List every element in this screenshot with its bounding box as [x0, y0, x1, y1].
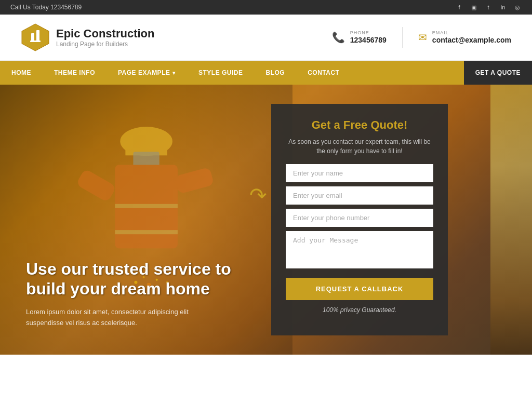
- form-description: As soon as you contact our expert team, …: [286, 137, 433, 156]
- email-icon: ✉: [418, 31, 427, 44]
- quote-form: ↷ Get a Free Quote! As soon as you conta…: [271, 104, 448, 335]
- phone-icon: 📞: [332, 31, 345, 44]
- email-contact: ✉ EMAIL contact@example.com: [418, 30, 511, 45]
- phone-label: PHONE: [350, 30, 387, 35]
- nav-style-guide[interactable]: STYLE GUIDE: [187, 61, 255, 85]
- name-input[interactable]: [286, 164, 433, 182]
- site-header: Epic Construction Landing Page for Build…: [0, 15, 532, 61]
- phone-number: 123456789: [350, 36, 387, 44]
- hero-headline: Use our trusted service to build your dr…: [26, 259, 245, 299]
- instagram-icon[interactable]: ◎: [513, 3, 522, 11]
- email-label: EMAIL: [432, 30, 511, 35]
- nav-page-example[interactable]: PAGE EXAMPLE ▾: [107, 61, 187, 85]
- logo-icon: [21, 23, 50, 52]
- email-address: contact@example.com: [432, 36, 511, 44]
- hero-form-area: ↷ Get a Free Quote! As soon as you conta…: [266, 85, 532, 355]
- phone-info: PHONE 123456789: [350, 30, 387, 45]
- social-icons: f ▣ t in ◎: [455, 3, 522, 11]
- svg-rect-3: [30, 40, 41, 42]
- twitter-icon[interactable]: t: [484, 3, 493, 11]
- callback-button[interactable]: REQUEST A CALLBACK: [286, 278, 433, 300]
- svg-rect-2: [36, 30, 39, 42]
- linkedin-icon[interactable]: in: [499, 3, 507, 11]
- header-contact: 📞 PHONE 123456789 ✉ EMAIL contact@exampl…: [332, 27, 511, 48]
- company-name: Epic Construction: [56, 27, 154, 40]
- youtube-icon[interactable]: ▣: [470, 3, 478, 11]
- top-bar: Call Us Today 123456789 f ▣ t in ◎: [0, 0, 532, 15]
- topbar-phone: Call Us Today 123456789: [10, 4, 82, 11]
- email-info: EMAIL contact@example.com: [432, 30, 511, 45]
- main-nav: HOME THEME INFO PAGE EXAMPLE ▾ STYLE GUI…: [0, 61, 532, 85]
- email-input[interactable]: [286, 186, 433, 205]
- svg-marker-0: [22, 24, 49, 51]
- phone-input[interactable]: [286, 209, 433, 227]
- nav-get-quote[interactable]: GET A QUOTE: [464, 61, 532, 85]
- phone-contact: 📞 PHONE 123456789: [332, 30, 387, 45]
- nav-contact[interactable]: CONTACT: [296, 61, 351, 85]
- company-tagline: Landing Page for Builders: [56, 40, 154, 48]
- hero-subtext: Lorem ipsum dolor sit amet, consectetur …: [26, 307, 223, 329]
- nav-blog[interactable]: BLOG: [254, 61, 296, 85]
- form-title: Get a Free Quote!: [286, 118, 433, 132]
- nav-theme-info[interactable]: THEME INFO: [43, 61, 107, 85]
- privacy-note: 100% privacy Guaranteed.: [286, 305, 433, 315]
- logo-area: Epic Construction Landing Page for Build…: [21, 23, 154, 52]
- hero-content: Use our trusted service to build your dr…: [0, 85, 266, 355]
- contact-divider: [402, 27, 403, 48]
- logo-text: Epic Construction Landing Page for Build…: [56, 27, 154, 48]
- hero-section: Use our trusted service to build your dr…: [0, 85, 532, 355]
- svg-rect-1: [31, 33, 34, 42]
- facebook-icon[interactable]: f: [455, 3, 463, 11]
- chevron-down-icon: ▾: [172, 70, 176, 76]
- message-input[interactable]: [286, 231, 433, 268]
- nav-home[interactable]: HOME: [0, 61, 43, 85]
